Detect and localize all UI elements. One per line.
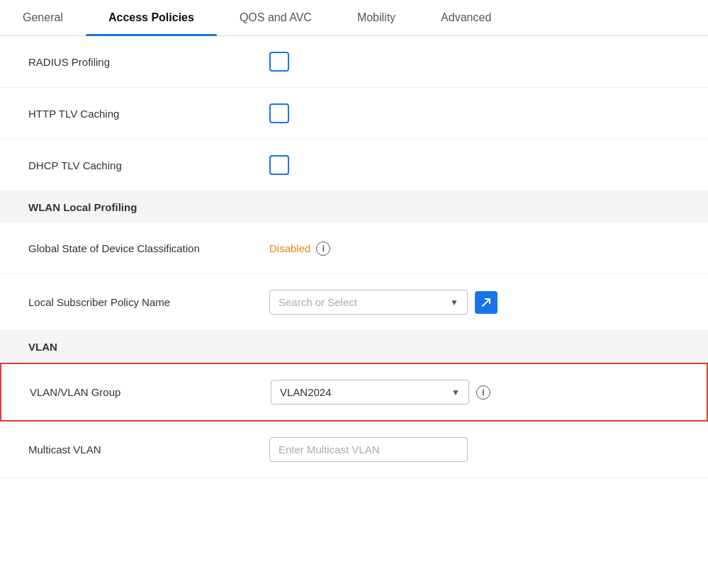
dhcp-tlv-caching-label: DHCP TLV Caching	[28, 158, 269, 173]
global-state-status: Disabled	[269, 242, 310, 254]
tab-bar: General Access Policies QOS and AVC Mobi…	[0, 0, 708, 36]
local-subscriber-policy-value: Search or Select	[279, 296, 444, 308]
radius-profiling-checkbox[interactable]	[269, 52, 289, 72]
chevron-down-icon: ▼	[450, 298, 459, 307]
radius-profiling-row: RADIUS Profiling	[0, 36, 708, 88]
radius-profiling-label: RADIUS Profiling	[28, 55, 269, 69]
local-subscriber-policy-select[interactable]: Search or Select ▼	[269, 290, 468, 315]
local-subscriber-policy-ext-link[interactable]	[475, 291, 498, 314]
http-tlv-caching-label: HTTP TLV Caching	[28, 106, 269, 121]
http-tlv-caching-checkbox[interactable]	[269, 103, 289, 123]
vlan-section-header: VLAN	[0, 331, 708, 363]
tab-access-policies[interactable]: Access Policies	[86, 0, 217, 35]
chevron-down-icon: ▼	[451, 388, 460, 397]
http-tlv-caching-row: HTTP TLV Caching	[0, 88, 708, 140]
vlan-group-info-icon[interactable]: i	[476, 385, 490, 400]
vlan-group-row: VLAN/VLAN Group VLAN2024 ▼ i	[0, 363, 708, 422]
global-state-row: Global State of Device Classification Di…	[0, 223, 708, 274]
local-subscriber-policy-row: Local Subscriber Policy Name Search or S…	[0, 274, 708, 331]
multicast-vlan-label: Multicast VLAN	[28, 442, 269, 457]
global-state-label: Global State of Device Classification	[28, 241, 269, 256]
content: RADIUS Profiling HTTP TLV Caching DHCP T…	[0, 36, 708, 478]
vlan-group-value: VLAN2024	[280, 386, 446, 398]
vlan-group-select[interactable]: VLAN2024 ▼	[271, 380, 469, 405]
multicast-vlan-input[interactable]	[269, 437, 468, 462]
tab-qos-avc[interactable]: QOS and AVC	[217, 0, 335, 35]
tab-advanced[interactable]: Advanced	[418, 0, 514, 35]
tab-mobility[interactable]: Mobility	[335, 0, 418, 35]
local-subscriber-policy-label: Local Subscriber Policy Name	[28, 295, 269, 310]
tab-general[interactable]: General	[0, 0, 86, 35]
dhcp-tlv-caching-checkbox[interactable]	[269, 155, 289, 175]
multicast-vlan-row: Multicast VLAN	[0, 422, 708, 478]
vlan-group-label: VLAN/VLAN Group	[30, 385, 271, 400]
dhcp-tlv-caching-row: DHCP TLV Caching	[0, 140, 708, 191]
global-state-info-icon[interactable]: i	[316, 242, 330, 256]
wlan-local-profiling-header: WLAN Local Profiling	[0, 191, 708, 223]
